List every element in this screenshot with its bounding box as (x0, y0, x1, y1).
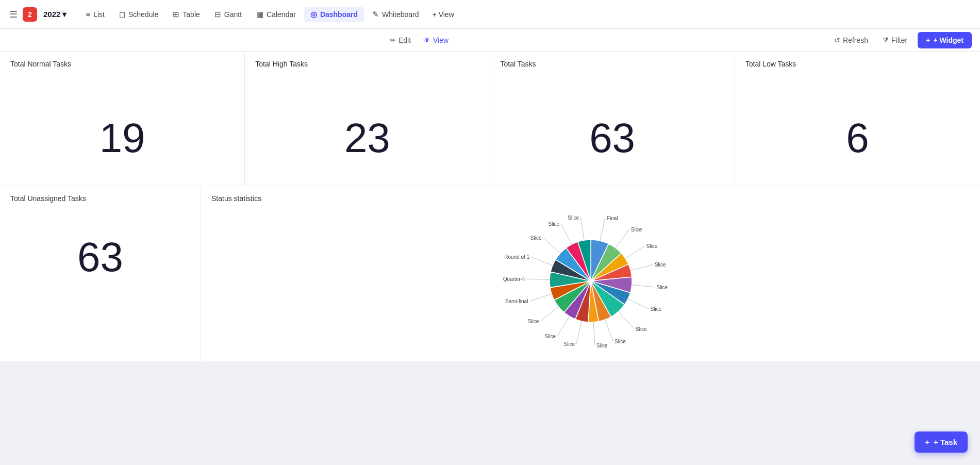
nav-item-label: Table (182, 10, 200, 19)
add-task-button[interactable]: + + Task (915, 431, 968, 453)
toolbar: ✏ Edit 👁 View ↺ Refresh ⧩ Filter + + Wid… (0, 29, 980, 52)
nav-item-label: Calendar (267, 10, 296, 19)
pie-chart-container: FinalSliceSliceSliceSliceSliceSliceSlice… (211, 209, 970, 353)
status-stats-title: Status statistics (211, 194, 970, 203)
pie-label-text: Slice (654, 262, 666, 268)
task-label: + Task (934, 438, 957, 446)
pie-label-line (576, 321, 582, 344)
stat-value-high: 23 (255, 107, 479, 169)
nav-item-schedule[interactable]: ◻ Schedule (113, 7, 164, 22)
nav-item-label: Schedule (128, 10, 158, 19)
widget-button[interactable]: + + Widget (918, 32, 972, 48)
add-view-button[interactable]: + View (427, 7, 459, 22)
unassigned-value: 63 (10, 234, 190, 281)
pie-label-line (543, 238, 560, 253)
stat-title-low: Total Low Tasks (745, 60, 970, 68)
nav-item-table[interactable]: ⊞ Table (167, 7, 206, 22)
pie-label-text: Slice (650, 306, 661, 312)
pie-chart-svg: FinalSliceSliceSliceSliceSliceSliceSlice… (467, 214, 715, 348)
edit-label: Edit (398, 36, 411, 44)
top-navigation: ☰ 2 2022 ▾ ≡ List ◻ Schedule ⊞ Table ⊟ G… (0, 0, 980, 29)
nav-item-label: Whiteboard (382, 10, 419, 19)
stat-title-normal: Total Normal Tasks (10, 60, 234, 68)
nav-item-label: Gantt (224, 10, 242, 19)
pie-label-text: Slice (563, 341, 575, 347)
pie-label-text: Slice (530, 235, 541, 241)
pie-label-text: Slice (656, 285, 668, 290)
filter-label: Filter (891, 36, 907, 44)
view-label: View (433, 36, 449, 44)
pie-label-text: Slice (646, 243, 657, 249)
nav-item-gantt[interactable]: ⊟ Gantt (208, 7, 248, 22)
pie-label-text: Slice (568, 215, 579, 221)
pie-label-line (561, 224, 572, 244)
widget-plus-icon: + (926, 36, 930, 44)
unassigned-card: Total Unassigned Tasks 63 (0, 186, 201, 361)
pie-label-text: Slice (596, 343, 608, 348)
edit-icon: ✏ (390, 36, 396, 44)
pie-label-line (531, 257, 553, 265)
view-button[interactable]: 👁 View (419, 34, 453, 46)
pie-label-text: Slice (527, 319, 539, 324)
dashboard-icon: ◎ (310, 10, 317, 19)
nav-item-whiteboard[interactable]: ✎ Whiteboard (366, 7, 425, 22)
year-selector[interactable]: 2022 ▾ (39, 8, 71, 21)
whiteboard-icon: ✎ (372, 10, 379, 19)
pie-label-line (600, 218, 605, 241)
status-stats-card: Status statistics FinalSliceSliceSliceSl… (201, 186, 980, 361)
chevron-down-icon: ▾ (62, 10, 67, 19)
calendar-icon: ▦ (256, 10, 263, 19)
pie-label-line (526, 279, 550, 279)
refresh-icon: ↺ (834, 36, 840, 44)
unassigned-title: Total Unassigned Tasks (10, 194, 190, 203)
bottom-grid: Total Unassigned Tasks 63 Status statist… (0, 186, 980, 361)
list-icon: ≡ (86, 10, 90, 19)
pie-label-line (630, 264, 653, 270)
refresh-button[interactable]: ↺ Refresh (830, 34, 872, 46)
pie-label-line (625, 246, 645, 259)
edit-button[interactable]: ✏ Edit (386, 34, 415, 46)
pie-label-line (529, 294, 552, 301)
stat-value-total: 63 (501, 107, 724, 169)
pie-label-text: Semi-final (505, 298, 527, 304)
stat-value-normal: 19 (10, 107, 234, 169)
pie-label-line (580, 218, 584, 240)
sidebar-toggle[interactable]: ☰ (6, 6, 21, 23)
nav-divider (75, 7, 75, 22)
table-icon: ⊞ (173, 10, 179, 19)
filter-icon: ⧩ (883, 36, 889, 44)
pie-label-text: Slice (544, 334, 556, 339)
nav-item-calendar[interactable]: ▦ Calendar (250, 7, 302, 22)
year-label: 2022 (43, 10, 60, 19)
nav-badge: 2 (23, 7, 37, 22)
stat-card-low: Total Low Tasks 6 (735, 52, 980, 186)
main-content: Total Normal Tasks 19 Total High Tasks 2… (0, 52, 980, 465)
stat-title-high: Total High Tasks (255, 60, 479, 68)
pie-label-line (628, 299, 649, 309)
filter-button[interactable]: ⧩ Filter (878, 34, 911, 46)
pie-label-line (632, 285, 655, 287)
pie-label-line (618, 311, 634, 328)
pie-label-text: Slice (548, 221, 559, 227)
gantt-icon: ⊟ (214, 10, 221, 19)
pie-label-line (540, 307, 558, 321)
pie-label-text: Round of 1 (504, 254, 529, 260)
nav-item-dashboard[interactable]: ◎ Dashboard (304, 7, 364, 22)
add-view-label: + View (433, 10, 454, 19)
toolbar-right: ↺ Refresh ⧩ Filter + + Widget (830, 32, 972, 48)
stats-grid: Total Normal Tasks 19 Total High Tasks 2… (0, 52, 980, 186)
pie-label-line (605, 320, 613, 341)
eye-icon: 👁 (423, 36, 430, 44)
schedule-icon: ◻ (119, 10, 125, 19)
widget-label: + Widget (933, 36, 964, 44)
pie-label-text: Final (606, 215, 618, 221)
pie-label-text: Slice (614, 339, 626, 344)
nav-item-label: Dashboard (320, 10, 358, 19)
stat-card-normal: Total Normal Tasks 19 (0, 52, 245, 186)
nav-item-list[interactable]: ≡ List (79, 7, 111, 22)
refresh-label: Refresh (843, 36, 868, 44)
nav-item-label: List (93, 10, 105, 19)
pie-label-line (557, 316, 569, 336)
stat-value-low: 6 (745, 107, 970, 169)
toolbar-center: ✏ Edit 👁 View (386, 34, 453, 46)
